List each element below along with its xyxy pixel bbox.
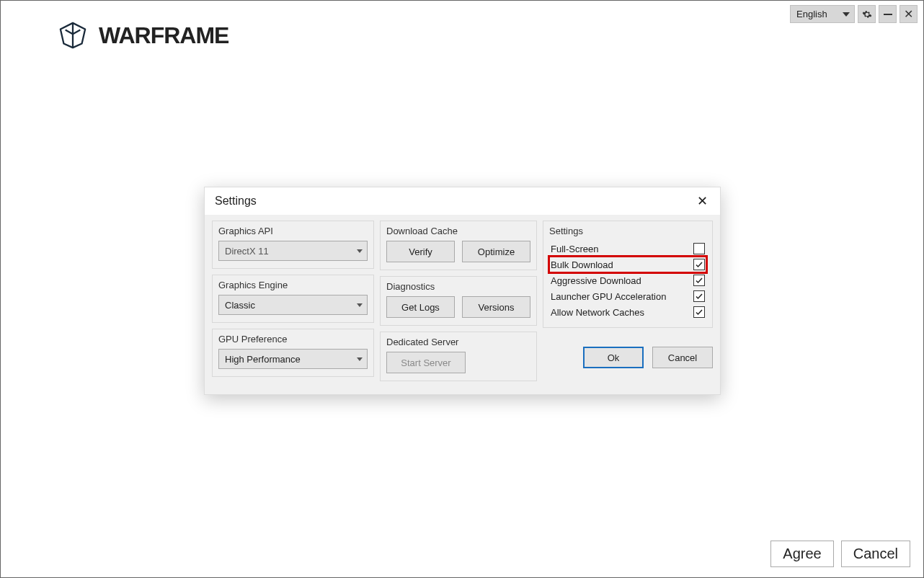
checkbox-label: Launcher GPU Acceleration [551,291,666,302]
start-server-button[interactable]: Start Server [386,352,466,373]
graphics-engine-group: Graphics Engine Classic [212,275,374,323]
group-title: Diagnostics [386,281,530,292]
graphics-engine-select[interactable]: Classic [218,295,368,315]
graphics-api-group: Graphics API DirectX 11 [212,221,374,269]
chevron-down-icon [843,12,850,17]
warframe-glyph-icon [51,21,94,50]
agree-button[interactable]: Agree [770,541,833,567]
versions-button[interactable]: Versions [462,296,530,318]
group-title: Graphics Engine [218,280,368,290]
optimize-button[interactable]: Optimize [462,241,530,262]
dialog-close-button[interactable]: ✕ [694,193,710,209]
group-title: Graphics API [218,226,368,236]
diagnostics-group: Diagnostics Get Logs Versions [380,276,537,326]
check-icon [695,276,703,285]
graphics-api-select[interactable]: DirectX 11 [218,241,368,261]
checkbox-label: Bulk Download [551,259,613,270]
checkbox[interactable] [693,290,705,302]
checkbox-row: Bulk Download [549,257,706,272]
checkbox-row: Launcher GPU Acceleration [549,288,706,304]
checkbox-row: Full-Screen [549,241,706,257]
chevron-down-icon [357,303,363,307]
get-logs-button[interactable]: Get Logs [386,296,455,318]
gear-icon [862,9,872,19]
chevron-down-icon [357,249,363,253]
dedicated-server-group: Dedicated Server Start Server [380,332,537,381]
settings-dialog: Settings ✕ Graphics API DirectX 11 Graph… [204,187,721,395]
app-logo: WARFRAME [51,21,228,50]
checkbox[interactable] [693,259,705,270]
select-value: Classic [225,300,255,311]
window-close-button[interactable]: ✕ [899,5,918,23]
checkbox-label: Allow Network Caches [551,307,644,318]
select-value: DirectX 11 [225,246,269,257]
minimize-button[interactable] [879,5,897,23]
main-cancel-button[interactable]: Cancel [841,541,910,567]
language-select[interactable]: English [790,5,855,23]
check-icon [695,260,703,269]
checkbox[interactable] [693,243,705,254]
group-title: Settings [549,226,706,236]
group-title: Download Cache [386,226,530,236]
checkbox-label: Full-Screen [551,244,598,254]
app-logo-text: WARFRAME [99,22,228,49]
chevron-down-icon [357,357,363,361]
dialog-cancel-button[interactable]: Cancel [652,347,713,368]
check-icon [695,292,703,301]
gear-button[interactable] [858,5,876,23]
gpu-preference-group: GPU Preference High Performance [212,329,374,377]
settings-checkbox-group: Settings Full-ScreenBulk DownloadAggress… [543,221,713,328]
verify-button[interactable]: Verify [386,241,455,262]
close-icon: ✕ [697,193,708,209]
checkbox-row: Aggressive Download [549,272,706,288]
checkbox-row: Allow Network Caches [549,304,706,320]
checkbox[interactable] [693,275,705,286]
minimize-icon [884,14,892,15]
checkbox-label: Aggressive Download [551,275,641,286]
select-value: High Performance [225,354,301,365]
close-icon: ✕ [904,9,913,20]
dialog-title: Settings [215,195,257,208]
download-cache-group: Download Cache Verify Optimize [380,221,537,270]
checkbox[interactable] [693,306,705,318]
group-title: Dedicated Server [386,337,530,347]
ok-button[interactable]: Ok [583,347,644,368]
check-icon [695,308,703,316]
gpu-preference-select[interactable]: High Performance [218,349,368,369]
language-select-label: English [796,9,827,19]
group-title: GPU Preference [218,334,368,344]
